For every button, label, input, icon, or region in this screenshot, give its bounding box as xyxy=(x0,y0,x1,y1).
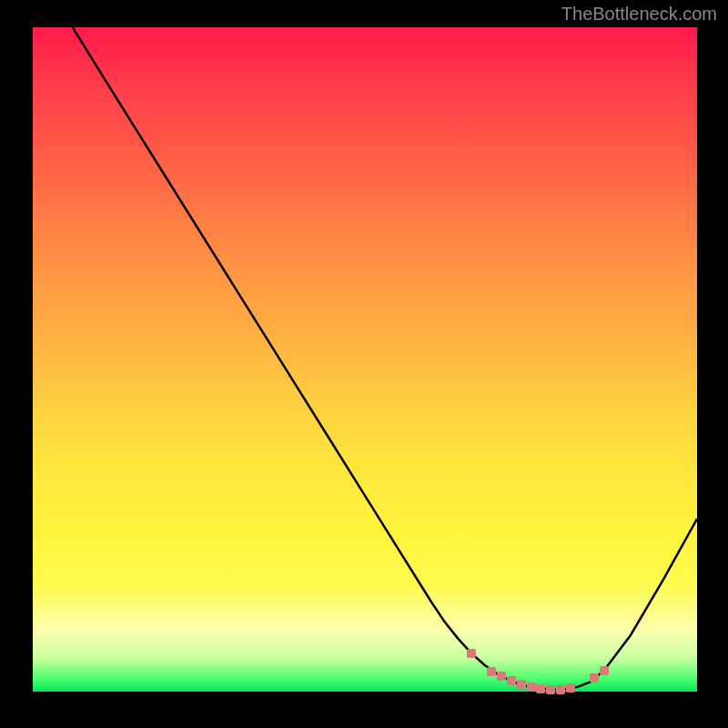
optimal-marker xyxy=(527,682,536,692)
optimal-marker xyxy=(487,667,496,676)
optimal-marker xyxy=(590,673,599,682)
optimal-marker xyxy=(556,685,565,694)
optimal-marker xyxy=(546,685,555,694)
chart-plot-area xyxy=(33,27,697,692)
optimal-range-markers xyxy=(33,27,697,692)
attribution-text: TheBottleneck.com xyxy=(561,4,717,25)
optimal-marker xyxy=(600,666,609,675)
optimal-marker xyxy=(536,684,545,693)
optimal-marker xyxy=(507,676,516,685)
optimal-marker xyxy=(517,680,526,689)
optimal-marker xyxy=(497,672,506,681)
optimal-marker xyxy=(467,649,476,658)
optimal-marker xyxy=(566,683,575,693)
